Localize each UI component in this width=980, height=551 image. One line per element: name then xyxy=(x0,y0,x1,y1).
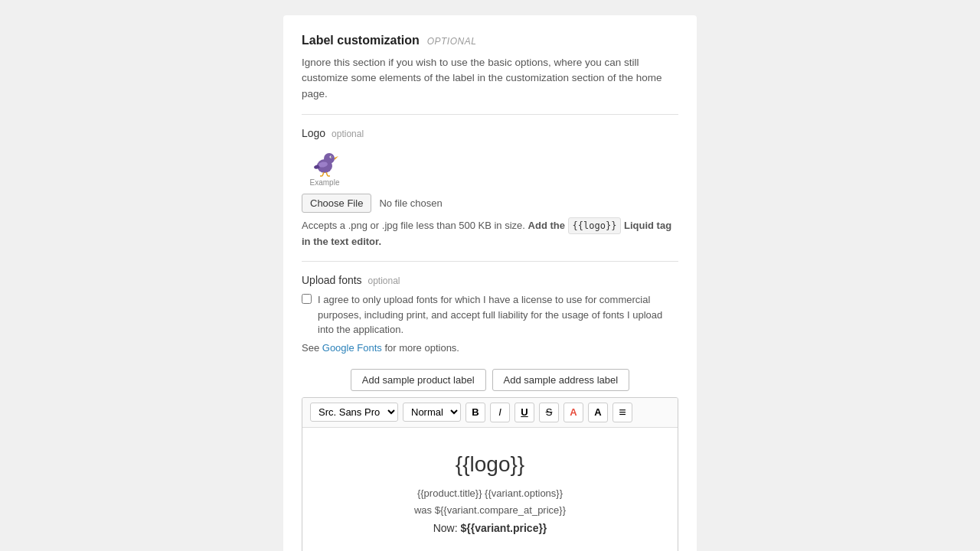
editor-section: Add sample product label Add sample addr… xyxy=(302,369,678,551)
divider-2 xyxy=(302,261,678,262)
fonts-note: See Google Fonts for more options. xyxy=(302,342,678,354)
fonts-agreement-text: I agree to only upload fonts for which I… xyxy=(318,292,678,337)
editor-line-logo: {{logo}} xyxy=(315,446,665,483)
divider-1 xyxy=(302,114,678,115)
section-description: Ignore this section if you wish to use t… xyxy=(302,55,678,102)
choose-file-button[interactable]: Choose File xyxy=(302,194,371,213)
svg-point-4 xyxy=(331,156,332,157)
editor-btn-row: Add sample product label Add sample addr… xyxy=(302,369,678,391)
underline-button[interactable]: U xyxy=(514,403,534,422)
logo-label: Logo optional xyxy=(302,127,678,139)
logo-caption: Example xyxy=(310,178,340,187)
logo-section: Logo optional xyxy=(302,127,678,249)
fonts-optional: optional xyxy=(368,276,400,286)
align-button[interactable]: ≡ xyxy=(612,403,632,422)
bold-button[interactable]: B xyxy=(466,403,485,422)
editor-line-barcode: {{barcode.image}} xyxy=(315,542,665,551)
file-input-row: Choose File No file chosen xyxy=(302,194,678,213)
add-product-label-button[interactable]: Add sample product label xyxy=(351,369,486,391)
logo-icon xyxy=(309,146,340,177)
liquid-tag-logo: {{logo}} xyxy=(568,217,622,234)
editor-body[interactable]: {{logo}} {{product.title}} {{variant.opt… xyxy=(302,428,678,551)
no-file-text: No file chosen xyxy=(379,197,442,209)
logo-optional: optional xyxy=(332,129,364,139)
section-title: Label customization xyxy=(302,34,420,47)
svg-line-7 xyxy=(322,172,324,176)
editor-toolbar: Src. Sans Pro Normal B I U S A A ≡ xyxy=(302,398,678,428)
fonts-agreement-row: I agree to only upload fonts for which I… xyxy=(302,292,678,337)
svg-line-8 xyxy=(326,172,328,176)
fonts-agreement-checkbox[interactable] xyxy=(302,294,312,304)
upload-fonts-label: Upload fonts optional xyxy=(302,274,678,286)
add-address-label-button[interactable]: Add sample address label xyxy=(492,369,630,391)
editor-line-compare: was ${{variant.compare_at_price}} xyxy=(315,502,665,519)
svg-marker-2 xyxy=(335,156,338,160)
editor-line-product: {{product.title}} {{variant.options}} xyxy=(315,485,665,502)
file-hint: Accepts a .png or .jpg file less than 50… xyxy=(302,217,678,249)
font-size-select[interactable]: Normal xyxy=(403,403,461,422)
italic-button[interactable]: I xyxy=(490,403,510,422)
font-family-select[interactable]: Src. Sans Pro xyxy=(310,403,398,422)
highlight-button[interactable]: A xyxy=(588,403,608,422)
font-color-button[interactable]: A xyxy=(564,403,583,422)
google-fonts-link[interactable]: Google Fonts xyxy=(322,342,382,354)
editor-container: Src. Sans Pro Normal B I U S A A ≡ xyxy=(302,397,678,551)
strikethrough-button[interactable]: S xyxy=(539,403,559,422)
logo-preview: Example xyxy=(302,145,348,187)
editor-line-price: Now: ${{variant.price}} xyxy=(315,520,665,538)
upload-fonts-section: Upload fonts optional I agree to only up… xyxy=(302,274,678,354)
optional-badge: OPTIONAL xyxy=(427,36,477,47)
